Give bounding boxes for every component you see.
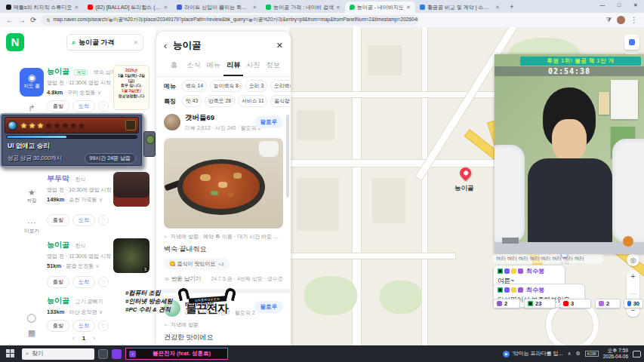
- place-location[interactable]: · 순천 가곡동 ∨: [64, 197, 103, 202]
- window-minimize-button[interactable]: —: [594, 0, 611, 11]
- site-info-icon[interactable]: ⇅: [46, 17, 50, 23]
- tab-1[interactable]: 메둘s의 치지직 스튜디오 ✕: [2, 2, 83, 13]
- tray-caret-icon[interactable]: ∧: [567, 351, 571, 357]
- place-name[interactable]: 능이골: [47, 296, 69, 305]
- now-playing-widget[interactable]: ♪ 불끈전자 (feat. 성훈르): [125, 348, 228, 360]
- react-button[interactable]: ☺ 반응 남기기: [164, 275, 201, 283]
- filter-chip[interactable]: 만족도 28: [205, 95, 235, 107]
- place-name[interactable]: 능이골: [47, 241, 69, 249]
- search-input[interactable]: 능이골 가격: [79, 38, 130, 48]
- sidebar-item-profile[interactable]: ◯: [19, 312, 45, 323]
- clock[interactable]: 오후 7:59 2026-04-06: [603, 348, 628, 360]
- window-maximize-button[interactable]: □: [611, 0, 627, 11]
- search-clear-icon[interactable]: ✕: [133, 39, 138, 46]
- reviewer-avatar[interactable]: [164, 114, 180, 130]
- arrive-button[interactable]: 도착: [72, 276, 95, 288]
- place-location[interactable]: · 문경 오전동 ∨: [61, 263, 100, 268]
- sidebar-item-apps[interactable]: ▦: [19, 327, 45, 338]
- sidebar-item-save[interactable]: ★ 저장: [19, 187, 45, 204]
- depart-button[interactable]: 출발: [47, 276, 69, 288]
- tab-5-close-icon[interactable]: ✕: [406, 5, 411, 11]
- tab-3[interactable]: 라이트 신입이 뽑히는 회사 복... ✕: [172, 2, 261, 13]
- arrive-button[interactable]: 도착: [72, 100, 95, 112]
- tab-review[interactable]: 리뷰: [223, 57, 243, 76]
- depart-button[interactable]: 출발: [47, 214, 69, 226]
- back-chevron-icon[interactable]: ‹: [164, 41, 167, 51]
- place-location[interactable]: · 구미 송정동 ∨: [63, 90, 101, 95]
- filter-chip[interactable]: 백숙 14: [182, 80, 207, 92]
- address-bar[interactable]: ⇅ map.naver.com/p/search/능이골%20가격/place/…: [41, 15, 418, 25]
- tab-2[interactable]: (82) [BALLAD] 트리합스 (7th... ✕: [83, 2, 172, 13]
- zoom-in-button[interactable]: +: [631, 272, 636, 281]
- place-thumbnail[interactable]: [113, 172, 149, 207]
- filter-chip[interactable]: 맛 43: [182, 95, 202, 107]
- map-pin[interactable]: [458, 165, 473, 181]
- place-location[interactable]: · 아산 송악면 ∨: [64, 309, 103, 314]
- sidebar-item-map-home[interactable]: ◉ 지도 홈: [20, 68, 44, 97]
- chat-username[interactable]: 최수봉: [526, 267, 544, 275]
- new-tab-button[interactable]: +: [507, 2, 516, 11]
- tab-info[interactable]: 정보: [263, 57, 283, 76]
- taskbar-search[interactable]: ⌕ 찾기: [22, 348, 94, 360]
- tab-6[interactable]: 황금골 비교 및 계약 | 스카이... ✕: [415, 2, 504, 13]
- profile-avatar[interactable]: [617, 16, 625, 24]
- favorite-heart-button[interactable]: ♡: [98, 101, 109, 112]
- filter-chip[interactable]: 능이백숙 8: [210, 80, 242, 92]
- language-indicator[interactable]: KOR: [585, 351, 599, 357]
- map-saved-list-button[interactable]: [624, 35, 639, 50]
- pinned-app-icon[interactable]: [112, 349, 122, 359]
- result-card-3[interactable]: 능이골 한식 영업 전 · 11:30에 영업 시작 51km · 문경 오전동…: [47, 237, 149, 288]
- tab-4[interactable]: 능이골 가격 : 네이버 검색 ✕: [261, 2, 345, 13]
- search-box[interactable]: ⌕ 능이골 가격 ✕: [66, 34, 143, 51]
- chat-username[interactable]: 최수봉: [526, 286, 544, 294]
- naver-logo[interactable]: N: [6, 33, 24, 51]
- filter-chip[interactable]: 서비스 11: [238, 95, 267, 107]
- forward-button[interactable]: →: [18, 17, 26, 24]
- review-reaction-chip[interactable]: 😋 음식이 맛있어요 +4: [164, 258, 230, 270]
- depart-button[interactable]: 출발: [47, 100, 69, 112]
- filter-chip[interactable]: 음식량 3: [270, 95, 291, 107]
- start-button[interactable]: [6, 349, 15, 358]
- filter-chip[interactable]: 오리 3: [245, 80, 267, 92]
- review-photo[interactable]: [164, 138, 283, 229]
- tab-photo[interactable]: 사진: [243, 57, 263, 76]
- tab-5-active[interactable]: 능이골 - 네이버지도 ✕: [345, 2, 415, 13]
- tab-menu[interactable]: 메뉴: [204, 57, 223, 76]
- page-number[interactable]: 1: [82, 335, 85, 342]
- tab-6-close-icon[interactable]: ✕: [495, 5, 500, 11]
- page-prev-button[interactable]: ‹: [72, 335, 75, 342]
- notification-center-icon[interactable]: [633, 351, 641, 357]
- tab-4-close-icon[interactable]: ✕: [336, 5, 340, 11]
- page-next-button[interactable]: ›: [93, 335, 95, 342]
- map-locate-button[interactable]: ◎: [627, 253, 639, 266]
- window-close-button[interactable]: ✕: [627, 0, 644, 11]
- filter-chip[interactable]: 오리백숙 3: [270, 80, 291, 92]
- menu-dots-icon[interactable]: ⋮: [630, 17, 638, 24]
- back-button[interactable]: ←: [6, 17, 14, 24]
- extensions-icon[interactable]: ⧩: [606, 17, 612, 23]
- favorite-heart-button[interactable]: ♡: [98, 277, 109, 287]
- detail-close-icon[interactable]: ✕: [276, 41, 283, 51]
- tab-3-close-icon[interactable]: ✕: [252, 5, 257, 11]
- follow-button[interactable]: 팔로우: [254, 116, 284, 128]
- result-card-2[interactable]: 부두막 한식 영업 전 · 10:30에 영업 시작 149km · 순천 가곡…: [47, 170, 149, 226]
- arrive-button[interactable]: 도착: [72, 214, 95, 226]
- media-session[interactable]: ▶ '악마는 프라다를 입...: [503, 350, 562, 357]
- tab-1-close-icon[interactable]: ✕: [74, 5, 79, 11]
- favorite-heart-button[interactable]: ♡: [98, 215, 109, 225]
- tab-2-close-icon[interactable]: ✕: [163, 5, 168, 11]
- result-card-1[interactable]: 능이골 예약 백숙,삼계탕 영업 전 · 11:30에 영업 시작 4.8km …: [47, 63, 149, 112]
- place-thumbnail[interactable]: 3: [113, 238, 149, 273]
- reload-button[interactable]: ⟳: [30, 17, 36, 24]
- panel-scrollbar[interactable]: [286, 115, 289, 198]
- tab-home[interactable]: 홈: [164, 57, 183, 76]
- place-name[interactable]: 능이골: [47, 67, 69, 75]
- tray-gear-icon[interactable]: ⚙: [576, 351, 581, 357]
- task-view-button[interactable]: [98, 349, 108, 359]
- place-name[interactable]: 부두막: [47, 174, 69, 183]
- map-zoom-control[interactable]: + −: [627, 270, 639, 317]
- place-thumbnail-notice[interactable]: 2026년 1월 1일(목)~2일(금) 휴무 입니다. 1월 3일(토) 정상…: [113, 65, 149, 110]
- tab-news[interactable]: 소식: [183, 57, 203, 76]
- follow-button[interactable]: 팔로우: [254, 301, 284, 313]
- sidebar-item-more[interactable]: ⋯ 더보기: [19, 217, 45, 235]
